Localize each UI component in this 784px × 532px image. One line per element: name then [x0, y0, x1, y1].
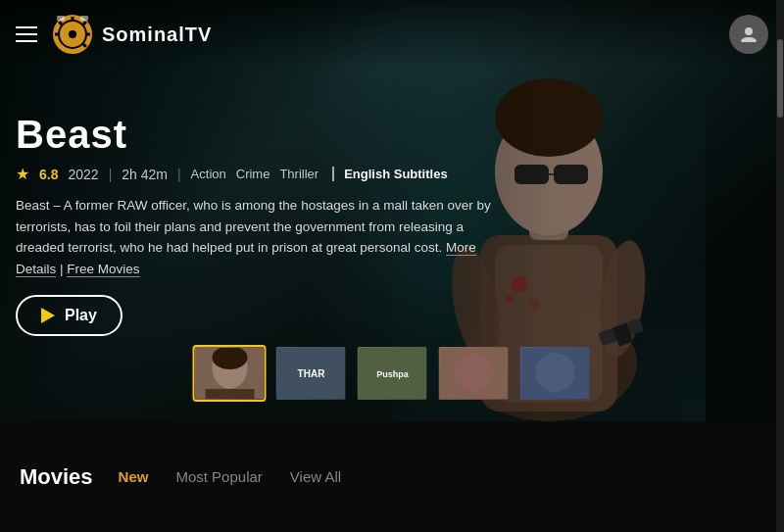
- carousel-thumb-5: [520, 347, 590, 400]
- meta-row: ★ 6.8 2022 | 2h 42m | Action Crime Thril…: [16, 165, 506, 183]
- scrollbar[interactable]: [776, 0, 784, 532]
- carousel-item-1[interactable]: [193, 345, 267, 402]
- svg-rect-9: [57, 16, 65, 21]
- star-icon: ★: [16, 165, 29, 183]
- hamburger-menu[interactable]: [16, 26, 37, 42]
- svg-rect-10: [80, 16, 88, 21]
- bottom-section: Movies New Most Popular View All: [0, 421, 776, 532]
- svg-line-6: [83, 44, 86, 47]
- divider-1: |: [109, 167, 113, 182]
- genre-action: Action: [191, 167, 226, 181]
- header-left: SominalTV: [16, 11, 212, 58]
- carousel-thumb-1: [195, 347, 265, 400]
- free-movies-link[interactable]: Free Movies: [67, 262, 139, 277]
- svg-point-2: [69, 30, 76, 38]
- tab-view-all[interactable]: View All: [288, 464, 343, 489]
- carousel-thumb-4: [439, 347, 509, 400]
- hero-content: Beast ★ 6.8 2022 | 2h 42m | Action Crime…: [16, 113, 506, 336]
- genre-thriller: Thriller: [279, 167, 318, 181]
- svg-rect-31: [205, 389, 254, 399]
- logo: SominalTV: [49, 11, 212, 58]
- movie-carousel: THAR Pushpa: [193, 345, 592, 402]
- tab-most-popular[interactable]: Most Popular: [173, 464, 264, 489]
- svg-point-37: [454, 353, 493, 392]
- subtitle-tag: English Subtitles: [332, 167, 447, 181]
- carousel-item-2[interactable]: THAR: [274, 345, 348, 402]
- logo-text: SominalTV: [102, 24, 212, 46]
- svg-line-7: [59, 22, 62, 24]
- movie-description: Beast – A former RAW officer, who is amo…: [16, 195, 506, 279]
- carousel-item-4[interactable]: [437, 345, 511, 402]
- year: 2022: [68, 167, 98, 182]
- svg-point-11: [745, 27, 753, 35]
- rating: 6.8: [39, 167, 58, 182]
- header: SominalTV: [0, 0, 784, 69]
- movie-title: Beast: [16, 113, 506, 157]
- svg-point-39: [535, 353, 574, 392]
- carousel-thumb-2: THAR: [276, 347, 346, 400]
- carousel-thumb-3: Pushpa: [358, 347, 427, 400]
- user-profile-button[interactable]: [729, 15, 768, 54]
- svg-text:Pushpa: Pushpa: [376, 369, 410, 379]
- carousel-item-3[interactable]: Pushpa: [356, 345, 429, 402]
- play-triangle-icon: [41, 308, 55, 323]
- scrollbar-thumb[interactable]: [777, 39, 783, 118]
- user-icon: [739, 24, 759, 44]
- logo-icon: [49, 11, 96, 58]
- svg-line-4: [83, 22, 86, 24]
- play-button-label: Play: [65, 307, 97, 324]
- movies-section-label: Movies: [20, 464, 93, 490]
- play-button[interactable]: Play: [16, 295, 122, 336]
- genre-crime: Crime: [236, 167, 270, 181]
- svg-text:THAR: THAR: [297, 368, 325, 379]
- tab-new[interactable]: New: [117, 464, 151, 489]
- divider-2: |: [177, 167, 181, 182]
- duration: 2h 42m: [122, 167, 168, 182]
- carousel-item-5[interactable]: [518, 345, 592, 402]
